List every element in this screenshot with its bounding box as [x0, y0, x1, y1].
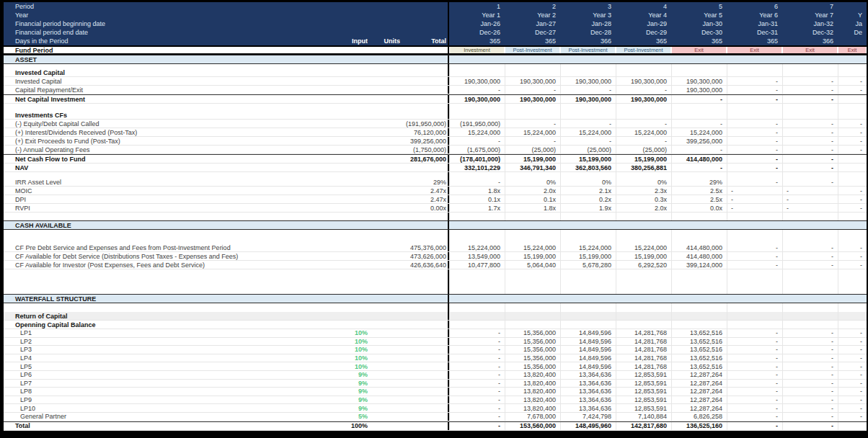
cell-period-partial[interactable]: -: [838, 404, 867, 412]
cell-period-4[interactable]: 0%: [616, 178, 671, 186]
cell-period-2[interactable]: 15,356,000: [505, 362, 560, 370]
cell-total[interactable]: (1,750,000): [400, 146, 448, 153]
cell-total[interactable]: [400, 95, 448, 103]
cell-input[interactable]: [332, 28, 368, 37]
cell-units[interactable]: [368, 354, 400, 362]
cell-period-3[interactable]: 13,364,636: [560, 371, 616, 379]
cell-period-4[interactable]: Year 4: [616, 11, 671, 19]
cell-period-3[interactable]: 190,300,000: [560, 77, 616, 85]
cell-input[interactable]: [332, 243, 368, 251]
cell-period-6[interactable]: [727, 321, 782, 328]
cell[interactable]: [838, 55, 867, 63]
cell-input[interactable]: [332, 146, 368, 153]
cell-input[interactable]: [332, 178, 368, 186]
cell-period-1[interactable]: 15,224,000: [449, 243, 505, 251]
cell-period-4[interactable]: 190,300,000: [616, 77, 671, 85]
row-label-moic[interactable]: MOIC: [4, 187, 332, 195]
row-label-investments-cfs[interactable]: Investments CFs: [4, 111, 332, 119]
cell-period-6[interactable]: -: [727, 77, 782, 85]
cell[interactable]: [505, 55, 560, 63]
cell-period-4[interactable]: 142,817,680: [616, 422, 671, 430]
cell-period-7[interactable]: -: [782, 388, 838, 395]
row-label-dpi[interactable]: DPI: [4, 195, 332, 203]
header-label[interactable]: Year: [4, 11, 332, 19]
cell-period-7[interactable]: -: [782, 422, 838, 430]
cell-period-partial[interactable]: -: [838, 146, 867, 153]
row-label-lp2[interactable]: LP2: [4, 338, 332, 346]
cell-period-partial[interactable]: -: [838, 195, 867, 203]
cell-period-7[interactable]: -: [782, 137, 838, 145]
cell-period-1[interactable]: 190,300,000: [449, 95, 505, 103]
cell-period-4[interactable]: 15,224,000: [616, 243, 671, 251]
cell-period-2[interactable]: 2: [505, 2, 560, 11]
cell-period-7[interactable]: -: [782, 155, 838, 163]
cell-period-1[interactable]: -: [449, 362, 505, 370]
cell-period-3[interactable]: 5,678,280: [560, 261, 616, 269]
cell-total[interactable]: [400, 111, 448, 119]
cell-period-3[interactable]: 14,849,596: [560, 362, 616, 370]
row-label-lp5[interactable]: LP5: [4, 362, 332, 370]
cell-period-7[interactable]: -: [782, 146, 838, 153]
cell-period-1[interactable]: -: [449, 329, 505, 337]
fund-phase-1-investment[interactable]: Investment: [450, 47, 504, 53]
cell-input[interactable]: 10%: [332, 338, 368, 346]
cell[interactable]: [505, 221, 560, 229]
cell-period-4[interactable]: Jan-29: [616, 19, 671, 28]
cell-input[interactable]: [332, 77, 368, 85]
cell-period-5[interactable]: -: [671, 120, 727, 128]
row-label-openning-capital-balance[interactable]: Openning Capital Balance: [4, 321, 332, 328]
cell-period-partial[interactable]: -: [838, 77, 867, 85]
cell-period-2[interactable]: -: [505, 137, 560, 145]
cell-input[interactable]: [332, 321, 368, 328]
cell-period-4[interactable]: 14,281,768: [616, 338, 671, 346]
cell-total[interactable]: [400, 338, 448, 346]
cell-period-6[interactable]: -: [727, 128, 782, 136]
fund-phase-2-post-investment[interactable]: Post-Investment: [505, 47, 559, 53]
cell-period-6[interactable]: -: [727, 413, 782, 421]
cell-period-6[interactable]: Jan-31: [727, 19, 782, 28]
cell-period-6[interactable]: -: [727, 329, 782, 337]
cell-total[interactable]: [400, 396, 448, 404]
cell-period-6[interactable]: -: [727, 354, 782, 362]
cell-period-5[interactable]: 365: [671, 37, 727, 45]
cell-input[interactable]: 100%: [332, 422, 368, 430]
cell-period-7[interactable]: -: [782, 195, 838, 203]
cell-total[interactable]: [400, 354, 448, 362]
cell-period-4[interactable]: -: [616, 137, 671, 145]
cell-period-3[interactable]: 15,224,000: [560, 243, 616, 251]
cell[interactable]: [332, 295, 368, 303]
cell-input[interactable]: [332, 204, 368, 212]
cell-period-3[interactable]: 0.2x: [560, 195, 616, 203]
cell-period-1[interactable]: -: [449, 86, 505, 94]
cell-period-6[interactable]: -: [727, 422, 782, 430]
cell-period-2[interactable]: 153,560,000: [505, 422, 560, 430]
cell-period-5[interactable]: 12,287,264: [671, 396, 727, 404]
cell-units[interactable]: [368, 187, 400, 195]
cell-period-4[interactable]: 12,853,591: [616, 396, 671, 404]
cell-period-partial[interactable]: -: [838, 380, 867, 388]
cell-units[interactable]: [368, 380, 400, 388]
cell-period-5[interactable]: Jan-30: [671, 19, 727, 28]
cell-period-1[interactable]: 13,549,000: [449, 252, 505, 260]
cell-period-2[interactable]: 15,224,000: [505, 243, 560, 251]
cell-period-1[interactable]: 190,300,000: [449, 77, 505, 85]
cell-period-partial[interactable]: -: [838, 388, 867, 395]
row-label-nav[interactable]: NAV: [4, 164, 332, 171]
cell-period-6[interactable]: -: [727, 137, 782, 145]
cell-period-partial[interactable]: -: [838, 354, 867, 362]
section-title[interactable]: CASH AVAILABLE: [4, 221, 332, 229]
cell-period-2[interactable]: 0%: [505, 178, 560, 186]
cell-input[interactable]: [332, 120, 368, 128]
cell-units[interactable]: [368, 11, 400, 19]
cell-period-4[interactable]: [616, 321, 671, 328]
cell[interactable]: [505, 295, 560, 303]
cell[interactable]: [400, 295, 448, 303]
cell-period-6[interactable]: -: [727, 120, 782, 128]
cell-period-4[interactable]: 15,199,000: [616, 155, 671, 163]
cell-total[interactable]: 426,636,640: [400, 261, 448, 269]
cell-period-2[interactable]: Year 2: [505, 11, 560, 19]
cell-period-3[interactable]: Year 3: [560, 11, 616, 19]
cell-period-4[interactable]: 2.0x: [616, 204, 671, 212]
section-title[interactable]: WATERFALL STRUCTURE: [4, 295, 332, 303]
cell-period-7[interactable]: -: [782, 261, 838, 269]
